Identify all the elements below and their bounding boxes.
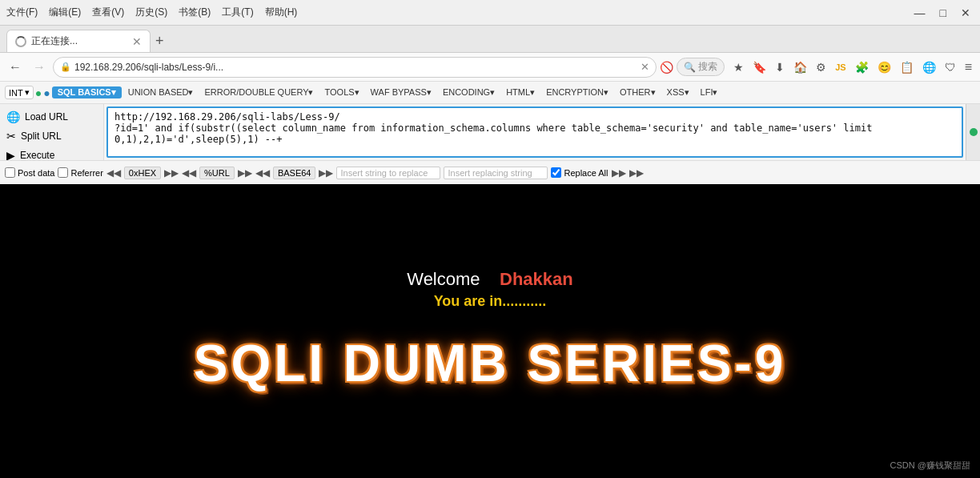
address-input[interactable] [74, 62, 637, 73]
menu-view[interactable]: 查看(V) [92, 6, 124, 19]
hex-right-arrow[interactable]: ▶▶ [164, 167, 179, 179]
menu-file[interactable]: 文件(F) [6, 6, 38, 19]
maximize-button[interactable]: □ [937, 6, 950, 19]
sidebar-left: 🌐 Load URL ✂ Split URL ▶ Execute [0, 104, 104, 160]
watermark: CSDN @赚钱聚甜甜 [890, 460, 970, 472]
titlebar-controls: — □ ✕ [911, 6, 974, 19]
bookmark-star-icon[interactable]: ★ [731, 59, 746, 75]
shield-icon[interactable]: 🛡 [942, 59, 958, 75]
base64-right-arrow[interactable]: ▶▶ [319, 167, 333, 179]
share-icon[interactable]: 📋 [898, 59, 916, 75]
replace-all-label: Replace All [564, 168, 608, 178]
load-url-label: Load URL [25, 111, 68, 123]
error-double-menu[interactable]: ERROR/DOUBLE QUERY▾ [200, 86, 319, 99]
hex-label: 0xHEX [129, 168, 156, 178]
new-tab-button[interactable]: + [155, 30, 164, 52]
union-based-menu[interactable]: UNION BASED▾ [123, 86, 199, 99]
menu-tools[interactable]: 工具(T) [222, 6, 253, 19]
right-actions [966, 104, 980, 160]
replace-all-area: Replace All [551, 167, 608, 178]
welcome-line: Welcome Dhakkan [407, 269, 572, 290]
referrer-check[interactable] [58, 167, 68, 178]
menu-history[interactable]: 历史(S) [135, 6, 167, 19]
hex-left-arrow[interactable]: ◀◀ [106, 167, 121, 179]
green-action-dot[interactable] [970, 128, 978, 136]
other-menu[interactable]: OTHER▾ [615, 86, 661, 99]
split-url-icon: ✂ [6, 130, 16, 143]
url-textarea[interactable] [106, 106, 963, 158]
url-left-arrow[interactable]: ◀◀ [182, 167, 196, 179]
menu-burger-icon[interactable]: ≡ [962, 58, 975, 76]
extra-right-arrow[interactable]: ▶▶ [629, 167, 644, 179]
chevron-down-icon: ▾ [25, 87, 30, 98]
welcome-text: Welcome [407, 269, 480, 289]
tab-spinner [15, 36, 26, 47]
base64-button[interactable]: BASE64 [273, 167, 316, 179]
menu-bookmarks[interactable]: 书签(B) [179, 6, 211, 19]
close-button[interactable]: ✕ [958, 6, 974, 19]
reload-button[interactable]: 🚫 [660, 61, 673, 74]
post-data-checkbox[interactable]: Post data [5, 167, 54, 178]
hex-button[interactable]: 0xHEX [124, 167, 161, 179]
minimize-button[interactable]: — [911, 6, 929, 19]
blue-dot-icon: ● [43, 86, 50, 99]
search-box[interactable]: 🔍 搜索 [677, 58, 725, 76]
execute-label: Execute [20, 150, 54, 161]
home-icon[interactable]: 🏠 [791, 59, 809, 75]
load-url-item[interactable]: 🌐 Load URL [0, 107, 103, 127]
sqli-title: SQLI DUMB SERIES-9 [194, 334, 787, 393]
clear-url-button[interactable]: ✕ [641, 61, 649, 73]
encryption-menu[interactable]: ENCRYPTION▾ [541, 86, 613, 99]
referrer-checkbox[interactable]: Referrer [58, 167, 102, 178]
referrer-label: Referrer [70, 168, 102, 178]
insert-replacing-string-input[interactable] [444, 167, 548, 179]
extension-icon[interactable]: 🧩 [853, 59, 871, 75]
tab-active[interactable]: 正在连接... ✕ [6, 30, 151, 52]
sql-basics-button[interactable]: SQL BASICS▾ [52, 86, 122, 98]
welcome-name: Dhakkan [500, 269, 573, 289]
tab-close-button[interactable]: ✕ [132, 35, 142, 48]
base64-left-arrow[interactable]: ◀◀ [255, 167, 270, 179]
back-button[interactable]: ← [5, 58, 26, 76]
int-select[interactable]: INT ▾ [5, 86, 34, 99]
you-are-in-text: You are in........... [434, 293, 547, 309]
url-label: %URL [204, 168, 230, 178]
replace-right-arrow[interactable]: ▶▶ [612, 167, 626, 179]
toolbar-icons: ★ 🔖 ⬇ 🏠 ⚙ JS 🧩 😊 📋 🌐 🛡 [731, 59, 958, 75]
you-are-in-line: You are in........... [434, 293, 547, 310]
url-right-arrow[interactable]: ▶▶ [238, 167, 252, 179]
url-encode-button[interactable]: %URL [199, 167, 235, 179]
watermark-text: CSDN @赚钱聚甜甜 [890, 460, 970, 470]
split-url-label: Split URL [21, 131, 62, 142]
lfi-menu[interactable]: LFI▾ [696, 86, 723, 99]
tabbar: 正在连接... ✕ + [0, 26, 980, 53]
js-icon[interactable]: JS [833, 61, 848, 74]
address-bar: ← → 🔒 ✕ 🚫 🔍 搜索 ★ 🔖 ⬇ 🏠 ⚙ JS 🧩 😊 📋 🌐 🛡 ≡ [0, 53, 980, 82]
titlebar-menu: 文件(F) 编辑(E) 查看(V) 历史(S) 书签(B) 工具(T) 帮助(H… [6, 6, 297, 19]
xss-menu[interactable]: XSS▾ [662, 86, 694, 99]
bottom-bar: Post data Referrer ◀◀ 0xHEX ▶▶ ◀◀ %URL ▶… [0, 160, 980, 184]
encoding-menu[interactable]: ENCODING▾ [438, 86, 500, 99]
titlebar: 文件(F) 编辑(E) 查看(V) 历史(S) 书签(B) 工具(T) 帮助(H… [0, 0, 980, 26]
html-menu[interactable]: HTML▾ [501, 86, 540, 99]
menu-edit[interactable]: 编辑(E) [49, 6, 81, 19]
search-label: 搜索 [698, 60, 717, 74]
tab-title: 正在连接... [31, 34, 127, 48]
address-input-wrap: 🔒 ✕ [53, 57, 657, 78]
replace-all-checkbox[interactable] [551, 167, 561, 178]
waf-bypass-menu[interactable]: WAF BYPASS▾ [366, 86, 436, 99]
split-url-item[interactable]: ✂ Split URL [0, 127, 103, 146]
forward-button[interactable]: → [29, 58, 50, 76]
profile-icon[interactable]: 😊 [875, 59, 894, 75]
menu-help[interactable]: 帮助(H) [265, 6, 298, 19]
tools-menu[interactable]: TOOLS▾ [320, 86, 364, 99]
settings-icon[interactable]: ⚙ [813, 59, 829, 75]
post-data-label: Post data [18, 168, 54, 178]
plugin-toolbar: INT ▾ ● ● SQL BASICS▾ UNION BASED▾ ERROR… [0, 82, 980, 104]
content-area: Welcome Dhakkan You are in........... SQ… [0, 184, 980, 478]
post-data-check[interactable] [5, 167, 15, 178]
bookmark-icon[interactable]: 🔖 [750, 59, 769, 75]
insert-string-to-replace-input[interactable] [336, 167, 440, 179]
download-icon[interactable]: ⬇ [773, 59, 787, 75]
globe-icon[interactable]: 🌐 [920, 59, 938, 75]
